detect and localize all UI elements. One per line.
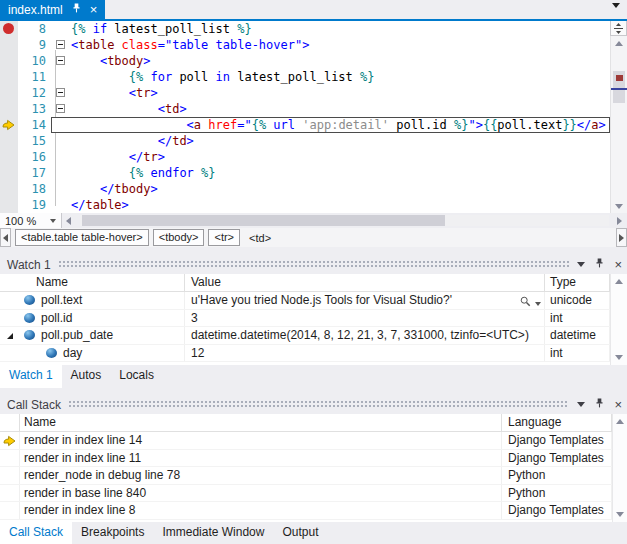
scroll-right-icon[interactable] [617, 217, 622, 225]
code-text[interactable]: </td> [71, 133, 610, 149]
watch-name: poll.text [41, 293, 82, 307]
column-header-name[interactable]: Name [20, 414, 502, 431]
breakpoint-margin[interactable] [0, 165, 18, 181]
code-text[interactable]: <table class="table table-hover"> [71, 37, 610, 53]
watch-row[interactable]: poll.textu'Have you tried Node.js Tools … [0, 292, 627, 310]
expander-icon[interactable] [7, 333, 13, 339]
pin-icon[interactable] [71, 2, 82, 17]
callstack-row[interactable]: render_node in debug line 78Python [0, 467, 612, 485]
scroll-up-icon[interactable] [615, 279, 623, 284]
tab-list-chevron-icon[interactable] [612, 8, 620, 22]
tab-index-html[interactable]: index.html × [0, 0, 105, 19]
callstack-row[interactable]: render in base line 840Python [0, 485, 612, 503]
code-text[interactable]: </tbody> [71, 181, 610, 197]
code-line-11[interactable]: 11 {% for poll in latest_poll_list %} [0, 69, 627, 85]
code-text[interactable]: </tr> [71, 149, 610, 165]
watch-grid: Name Value Type poll.textu'Have you trie… [0, 274, 627, 365]
watch-row[interactable]: poll.id3int [0, 310, 627, 328]
code-line-19[interactable]: 19</table> [0, 197, 627, 213]
magnifier-icon[interactable] [520, 295, 531, 309]
callstack-row[interactable]: render in index line 8Django Templates [0, 502, 612, 520]
fold-collapse-icon[interactable] [56, 104, 65, 113]
hscroll-thumb[interactable] [82, 215, 445, 226]
breadcrumb-item[interactable]: <tbody> [153, 229, 205, 246]
close-icon[interactable]: × [90, 3, 98, 16]
tab-output[interactable]: Output [273, 522, 327, 544]
breadcrumb-item[interactable]: <tr> [208, 229, 240, 246]
callstack-row[interactable]: render in index line 14Django Templates [0, 432, 612, 450]
tab-breakpoints[interactable]: Breakpoints [72, 522, 153, 544]
breakpoint-margin[interactable] [0, 37, 18, 53]
breakpoint-margin[interactable] [0, 181, 18, 197]
breakpoint-margin[interactable] [0, 197, 18, 213]
editor-vertical-scrollbar[interactable] [610, 21, 627, 213]
code-text[interactable]: </table> [71, 197, 610, 213]
code-text[interactable]: <tbody> [71, 53, 610, 69]
fold-collapse-icon[interactable] [56, 88, 65, 97]
splitter-handle-icon[interactable] [610, 21, 627, 36]
breakpoint-margin[interactable] [0, 101, 18, 117]
code-editor[interactable]: 8{% if latest_poll_list %}9<table class=… [0, 21, 627, 213]
fold-collapse-icon[interactable] [56, 56, 65, 65]
frame-name: render_node in debug line 78 [24, 468, 180, 482]
editor-horizontal-scrollbar[interactable] [80, 215, 609, 226]
breadcrumb-right-icon[interactable] [616, 228, 627, 247]
scroll-left-icon[interactable] [66, 217, 71, 225]
window-position-chevron-icon[interactable] [577, 402, 585, 407]
watch-row[interactable]: poll.pub_datedatetime.datetime(2014, 8, … [0, 327, 627, 345]
code-line-15[interactable]: 15 </td> [0, 133, 627, 149]
close-icon[interactable]: × [614, 258, 622, 271]
pin-icon[interactable] [594, 257, 605, 272]
code-line-16[interactable]: 16 </tr> [0, 149, 627, 165]
code-line-12[interactable]: 12 <tr> [0, 85, 627, 101]
window-position-chevron-icon[interactable] [577, 262, 585, 267]
scroll-down-icon[interactable] [616, 512, 624, 517]
code-line-13[interactable]: 13 <td> [0, 101, 627, 117]
pin-icon[interactable] [594, 397, 605, 412]
column-header-type[interactable]: Type [545, 274, 610, 291]
code-line-14[interactable]: 14 <a href="{% url 'app:detail' poll.id … [0, 117, 627, 133]
column-header-language[interactable]: Language [502, 414, 612, 431]
code-text[interactable]: <tr> [71, 85, 610, 101]
breakpoint-margin[interactable] [0, 133, 18, 149]
code-line-17[interactable]: 17 {% endfor %} [0, 165, 627, 181]
breakpoint-margin[interactable] [0, 69, 18, 85]
scroll-down-icon[interactable] [615, 355, 623, 360]
tab-autos[interactable]: Autos [62, 365, 111, 388]
scroll-down-icon[interactable] [615, 204, 623, 209]
code-text[interactable]: {% if latest_poll_list %} [71, 21, 610, 37]
breakpoint-margin[interactable] [0, 21, 18, 37]
breakpoint-margin[interactable] [0, 149, 18, 165]
tab-locals[interactable]: Locals [110, 365, 163, 388]
code-text[interactable]: <td> [71, 101, 610, 117]
column-header-name[interactable]: Name [0, 274, 185, 291]
breakpoint-margin[interactable] [0, 85, 18, 101]
breadcrumb-item[interactable]: <td> [244, 232, 276, 244]
callstack-row[interactable]: render in index line 11Django Templates [0, 450, 612, 468]
code-line-8[interactable]: 8{% if latest_poll_list %} [0, 21, 627, 37]
callstack-scrollbar[interactable] [612, 414, 627, 522]
breadcrumb-left-icon[interactable] [0, 228, 11, 247]
breakpoint-indicator[interactable] [3, 23, 14, 34]
code-line-9[interactable]: 9<table class="table table-hover"> [0, 37, 627, 53]
breadcrumb-item[interactable]: <table.table table-hover> [15, 229, 149, 246]
code-line-10[interactable]: 10 <tbody> [0, 53, 627, 69]
tab-watch-1[interactable]: Watch 1 [0, 365, 62, 388]
breakpoint-margin[interactable] [0, 117, 18, 133]
breakpoint-margin[interactable] [0, 53, 18, 69]
watch-row[interactable]: day12int [0, 345, 627, 363]
watch-scrollbar[interactable] [610, 274, 627, 365]
fold-collapse-icon[interactable] [56, 40, 65, 49]
scroll-up-icon[interactable] [616, 419, 624, 424]
close-icon[interactable]: × [614, 398, 622, 411]
scroll-up-icon[interactable] [615, 41, 623, 46]
tab-call-stack[interactable]: Call Stack [0, 522, 72, 544]
code-text[interactable]: {% for poll in latest_poll_list %} [71, 69, 610, 85]
zoom-level-select[interactable]: 100 % [0, 213, 62, 228]
chevron-down-icon[interactable] [535, 302, 541, 306]
code-text[interactable]: <a href="{% url 'app:detail' poll.id %}"… [71, 117, 610, 133]
tab-immediate-window[interactable]: Immediate Window [153, 522, 273, 544]
code-line-18[interactable]: 18 </tbody> [0, 181, 627, 197]
code-text[interactable]: {% endfor %} [71, 165, 610, 181]
column-header-value[interactable]: Value [185, 274, 545, 291]
